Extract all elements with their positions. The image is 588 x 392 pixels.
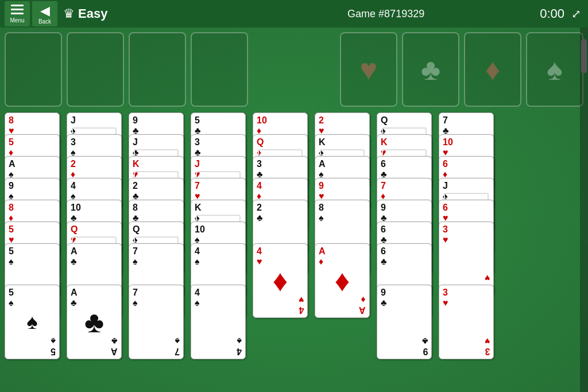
menu-label: Menu	[10, 17, 24, 24]
card-ac-2[interactable]: A♣A♣♣	[67, 285, 122, 359]
difficulty-label: Easy	[78, 6, 232, 21]
column-6[interactable]: 2♥2♥ K♠K♠♚ A♠A♠ 9♥9♥ 8♠8♠ A♦A♦♦	[315, 112, 372, 392]
column-7[interactable]: Q♠Q♠♛ K♥K♥♚ 6♣6♣ 7♦7♦ 9♣9♣ 6♣6♣ 6♣6♣ 9♣9…	[377, 112, 434, 392]
column-8[interactable]: 7♣7♣ 10♥10♥ 6♦6♦ J♠J♠⚔ 6♥6♥ 3♥3♥ 3♥3♥	[439, 112, 496, 392]
card-4s-3[interactable]: 4♠4♠	[191, 285, 246, 359]
card-5s-2[interactable]: 5♠5♠♠	[5, 285, 60, 359]
crown-icon: ♛	[63, 6, 75, 21]
column-3[interactable]: 9♣9♣ J♣J♣🎭 K♥K♥♚ 2♣2♣ 8♣8♣ Q♠Q♠♛ 7♠7♠ 7♠…	[129, 112, 186, 392]
back-label: Back	[38, 18, 51, 25]
game-info: Game #8719329	[232, 8, 540, 20]
stock-slot-2[interactable]	[67, 32, 124, 107]
header: Menu ◀ Back ♛ Easy Game #8719329 0:00 ⤢	[0, 0, 588, 28]
card-9c-3[interactable]: 9♣9♣	[377, 285, 432, 359]
column-4[interactable]: 5♣5♣ 3♣3♣ J♥J♥⚔ 7♥7♥ K♠K♠♚ 10♠10♠ 4♠4♠ 4…	[191, 112, 248, 392]
stock-slot-1[interactable]	[5, 32, 62, 107]
game-area: ♥ ♣ ♦ ♠ 8♥8♥ 5♦5♦ A♠A♠ 9♠9♠ 8♦8♦ 5♥5♥ 5♠…	[0, 28, 588, 392]
scrollbar-thumb[interactable]	[581, 39, 587, 73]
card-ad[interactable]: A♦A♦♦	[315, 243, 370, 318]
tableau: 8♥8♥ 5♦5♦ A♠A♠ 9♠9♠ 8♦8♦ 5♥5♥ 5♠5♠ 5♠5♠♠…	[5, 112, 583, 392]
compress-button[interactable]: ⤢	[569, 5, 583, 23]
timer-display: 0:00	[540, 6, 564, 21]
column-5[interactable]: 10♦10♦ Q♦Q♦♛ 3♣3♣ 4♦4♦ 2♣2♣ 4♥4♥♦	[253, 112, 310, 392]
stock-slot-3[interactable]	[129, 32, 186, 107]
column-1[interactable]: 8♥8♥ 5♦5♦ A♠A♠ 9♠9♠ 8♦8♦ 5♥5♥ 5♠5♠ 5♠5♠♠	[5, 112, 62, 392]
foundation-clubs[interactable]: ♣	[402, 32, 459, 107]
stock-slot-4[interactable]	[191, 32, 248, 107]
card-4h[interactable]: 4♥4♥♦	[253, 243, 308, 318]
foundation-spades[interactable]: ♠	[526, 32, 583, 107]
foundation-diamonds[interactable]: ♦	[464, 32, 521, 107]
foundation-hearts[interactable]: ♥	[340, 32, 397, 107]
menu-button[interactable]: Menu	[5, 1, 30, 26]
card-3h-2[interactable]: 3♥3♥	[439, 285, 494, 359]
back-button[interactable]: ◀ Back	[32, 1, 57, 26]
card-7s-2[interactable]: 7♠7♠	[129, 285, 184, 359]
column-2[interactable]: J♠J♠👑 3♠3♠ 2♦2♦ 4♠4♠ 10♣10♣ Q♥Q♥♛ A♣A♣ A…	[67, 112, 124, 392]
scrollbar[interactable]	[580, 28, 588, 392]
top-row: ♥ ♣ ♦ ♠	[5, 32, 583, 107]
